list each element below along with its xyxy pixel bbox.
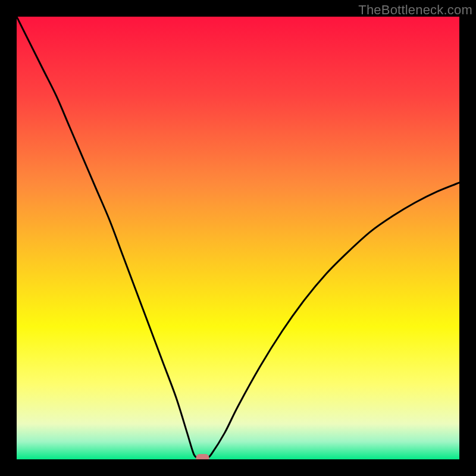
chart-frame: TheBottleneck.com bbox=[0, 0, 476, 476]
watermark-text: TheBottleneck.com bbox=[358, 2, 472, 18]
curve-layer bbox=[17, 17, 459, 459]
bottleneck-curve bbox=[17, 17, 459, 459]
optimum-marker bbox=[196, 454, 209, 459]
plot-area bbox=[17, 17, 459, 459]
